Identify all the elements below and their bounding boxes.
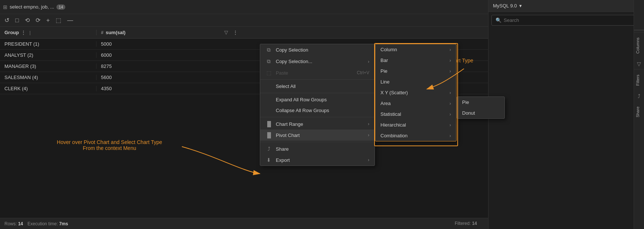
db-label: MySQL 9.0: [493, 3, 517, 9]
menu-text-export: Export: [276, 157, 364, 163]
chart-range-arrow-icon: ›: [368, 121, 369, 127]
undo-btn[interactable]: ↺: [3, 16, 11, 24]
statistical-arrow-icon: ›: [450, 112, 451, 117]
menu-item-line[interactable]: Line: [375, 76, 456, 87]
table-header: Group ⋮ | # sum(sal) ▽ ⋮: [0, 27, 488, 39]
menu-text-donut-type: Donut: [462, 110, 499, 116]
chart-range-icon: ▐▌: [265, 121, 272, 127]
menu-text-statistical: Statistical: [380, 111, 446, 117]
side-tabs: Columns ▽ Filters ⤴ Share: [634, 0, 644, 229]
menu-item-xy-scatter[interactable]: X Y (Scatter) ›: [375, 87, 456, 98]
col-divider: |: [29, 30, 31, 35]
cell-sum-2: 6000: [97, 52, 116, 58]
menu-item-share[interactable]: ⤴ Share: [260, 143, 375, 154]
cell-group-3: MANAGER (3): [0, 63, 97, 69]
menu-item-export[interactable]: ⬇ Export ›: [260, 154, 375, 166]
search-box[interactable]: 🔍: [491, 15, 641, 26]
filter-triangle-icon[interactable]: ▽: [635, 59, 643, 69]
back-btn[interactable]: ⟲: [23, 16, 31, 24]
cell-sum-4: 5600: [97, 75, 116, 80]
area-arrow-icon: ›: [450, 101, 451, 106]
minus-btn[interactable]: —: [66, 16, 75, 24]
filtered-badge: Filtered: 14: [455, 221, 477, 226]
menu-item-pie-type[interactable]: Pie: [457, 97, 504, 108]
menu-item-bar[interactable]: Bar ›: [375, 55, 456, 66]
cell-group-2: ANALYST (2): [0, 52, 97, 58]
add-btn[interactable]: +: [45, 16, 51, 24]
menu-text-pie-type: Pie: [462, 99, 499, 105]
menu-item-donut-type[interactable]: Donut: [457, 108, 504, 118]
sum-col-menu-icon[interactable]: ⋮: [233, 30, 238, 35]
pivot-chart-icon: ▐▌: [265, 132, 272, 138]
col-sum-header: # sum(sal) ▽ ⋮: [97, 30, 242, 35]
menu-item-pivot-chart[interactable]: ▐▌ Pivot Chart ›: [260, 130, 375, 141]
menu-item-copy-selection[interactable]: ⧉ Copy Selection: [260, 44, 375, 56]
menu-text-copy-selection: Copy Selection: [276, 47, 369, 53]
exec-value: 7ms: [59, 221, 68, 226]
cell-group-1: PRESIDENT (1): [0, 41, 97, 47]
xy-arrow-icon: ›: [450, 90, 451, 95]
export-arrow-icon: ›: [368, 157, 369, 163]
menu-text-chart-range: Chart Range: [276, 121, 364, 127]
share-menu-icon: ⤴: [265, 146, 272, 152]
col-filter-icon[interactable]: ▽: [224, 30, 231, 35]
menu-text-bar: Bar: [380, 58, 446, 63]
side-tab-share[interactable]: Share: [634, 101, 644, 122]
menu-text-line: Line: [380, 79, 451, 85]
save-btn[interactable]: □: [14, 16, 20, 24]
combination-arrow-icon: ›: [450, 133, 451, 138]
menu-item-hierarchical[interactable]: Hierarchical ›: [375, 120, 456, 130]
copy-icon: ⧉: [265, 47, 272, 53]
menu-text-combination: Combination: [380, 133, 446, 138]
cell-group-4: SALESMAN (4): [0, 75, 97, 80]
cell-group-5: CLERK (4): [0, 86, 97, 91]
share-icon[interactable]: ⤴: [636, 91, 642, 101]
menu-text-area: Area: [380, 101, 446, 106]
menu-text-paste: Paste: [276, 70, 353, 76]
tab-badge: 14: [56, 4, 65, 10]
tab-title[interactable]: select empno, job, ...: [10, 4, 54, 10]
copy-sub-icon: ⧉: [265, 58, 272, 65]
group-col-label: Group: [4, 30, 19, 35]
menu-text-column: Column: [380, 47, 446, 52]
rows-label: Rows: 14: [4, 221, 23, 226]
chart-type-submenu: Column › Bar › Pie › Line X Y (Scatter) …: [375, 44, 457, 141]
menu-text-copy-selection-sub: Copy Selection...: [276, 59, 364, 64]
menu-item-expand-all[interactable]: Expand All Row Groups: [260, 94, 375, 105]
menu-item-statistical[interactable]: Statistical ›: [375, 109, 456, 120]
db-selector[interactable]: MySQL 9.0 ▾: [493, 3, 522, 9]
menu-text-share: Share: [276, 146, 369, 152]
column-arrow-icon: ›: [450, 47, 451, 52]
search-input[interactable]: [504, 17, 637, 23]
separator-2: [260, 93, 375, 93]
menu-item-collapse-all[interactable]: Collapse All Row Groups: [260, 105, 375, 116]
export-icon: ⬇: [265, 157, 272, 163]
sum-col-label: sum(sal): [106, 30, 125, 35]
right-panel-header: MySQL 9.0 ▾: [488, 0, 644, 12]
right-panel: MySQL 9.0 ▾ 🔍 Columns ▽ Filters ⤴ Share: [488, 0, 644, 229]
side-tab-filters[interactable]: Filters: [634, 69, 644, 91]
menu-text-select-all: Select All: [276, 84, 369, 89]
menu-item-chart-range[interactable]: ▐▌ Chart Range ›: [260, 118, 375, 130]
copy-btn[interactable]: ⬚: [54, 16, 63, 24]
menu-item-copy-selection-sub[interactable]: ⧉ Copy Selection... ›: [260, 56, 375, 67]
cell-sum-1: 5000: [97, 41, 116, 47]
pivot-chart-arrow-icon: ›: [368, 133, 369, 138]
status-bar: Rows: 14 Execution time: 7ms: [0, 218, 488, 229]
forward-btn[interactable]: ⟳: [34, 16, 42, 24]
chevron-down-icon: ▾: [519, 3, 522, 9]
menu-item-area[interactable]: Area ›: [375, 98, 456, 109]
separator-1: [260, 79, 375, 80]
rows-value: 14: [18, 221, 23, 226]
menu-item-select-all[interactable]: Select All: [260, 81, 375, 92]
menu-item-column[interactable]: Column ›: [375, 44, 456, 55]
group-col-menu-icon[interactable]: ⋮: [21, 30, 26, 35]
side-tab-columns[interactable]: Columns: [634, 32, 644, 59]
separator-4: [260, 142, 375, 142]
menu-item-pie[interactable]: Pie ›: [375, 66, 456, 76]
separator-3: [260, 117, 375, 117]
menu-item-combination[interactable]: Combination ›: [375, 130, 456, 141]
hierarchical-arrow-icon: ›: [450, 122, 451, 128]
menu-text-xy-scatter: X Y (Scatter): [380, 90, 446, 95]
hash-icon: #: [101, 30, 104, 35]
